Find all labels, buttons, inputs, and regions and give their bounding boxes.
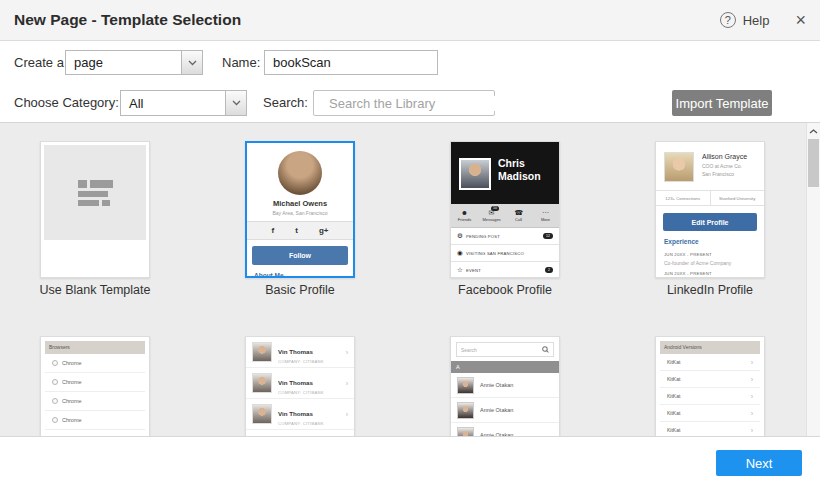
chevron-right-icon: › bbox=[751, 359, 753, 366]
star-icon: ☆ bbox=[457, 266, 466, 274]
mini-search-box: Search bbox=[456, 342, 554, 357]
friends-icon: ☻ bbox=[461, 209, 468, 216]
template-card-browsers-list[interactable]: Browsers Chrome Chrome Chrome Chrome bbox=[40, 336, 150, 437]
gear-icon: ⚙ bbox=[457, 232, 466, 240]
dialog-footer: Next bbox=[0, 438, 820, 486]
create-a-label: Create a bbox=[14, 55, 64, 70]
radio-icon bbox=[52, 360, 58, 366]
experience-date: JUN 20XX - PRESENT bbox=[664, 252, 712, 257]
experience-role: Co-founder of Acme Company bbox=[664, 260, 731, 266]
avatar bbox=[664, 152, 694, 182]
template-card-facebook-profile[interactable]: Chris Madison ☻ Friends 10 ✉ Messages ☎ … bbox=[450, 141, 560, 278]
messages-badge: 10 bbox=[491, 206, 499, 211]
category-value: All bbox=[121, 91, 225, 115]
chevron-right-icon: › bbox=[751, 376, 753, 383]
twitter-icon: t bbox=[295, 226, 298, 235]
scrollbar[interactable] bbox=[806, 123, 820, 437]
search-label: Search: bbox=[263, 95, 308, 110]
avatar bbox=[252, 373, 272, 393]
radio-icon bbox=[52, 398, 58, 404]
chevron-right-icon: › bbox=[346, 411, 348, 418]
avatar bbox=[278, 151, 322, 195]
profile-location: San Francisco bbox=[702, 171, 734, 177]
search-box bbox=[313, 90, 495, 116]
choose-category-label: Choose Category: bbox=[14, 95, 119, 110]
help-icon[interactable]: ? bbox=[720, 12, 736, 28]
dialog-header: New Page - Template Selection ? Help × bbox=[0, 0, 820, 41]
profile-name: Chris Madison bbox=[498, 157, 541, 182]
chevron-right-icon: › bbox=[751, 427, 753, 434]
avatar bbox=[457, 427, 474, 438]
event-badge: 2 bbox=[545, 267, 553, 273]
page-type-select[interactable]: page bbox=[65, 50, 203, 75]
more-icon: ⋯ bbox=[542, 209, 549, 216]
experience-heading: Experience bbox=[664, 238, 699, 245]
profile-name: Allison Grayce bbox=[702, 153, 747, 160]
experience-date: JUN 20XX - PRESENT bbox=[664, 271, 712, 276]
template-label-linkedin-profile: LinkedIn Profile bbox=[635, 283, 785, 297]
scrollbar-thumb[interactable] bbox=[808, 139, 819, 187]
profile-subtitle: Bay Area, San Francisco bbox=[247, 210, 353, 216]
profile-title: COO at Acme Co. bbox=[702, 163, 742, 169]
about-me-link: About Me bbox=[254, 272, 353, 278]
scroll-up-arrow-icon[interactable] bbox=[807, 126, 820, 136]
template-card-android-versions[interactable]: Android Versions KitKat› KitKat› KitKat›… bbox=[655, 336, 765, 437]
googleplus-icon: g+ bbox=[319, 226, 329, 235]
follow-button: Follow bbox=[252, 246, 348, 265]
import-template-button[interactable]: Import Template bbox=[672, 90, 772, 116]
chevron-right-icon: › bbox=[346, 349, 348, 356]
facebook-cover: Chris Madison bbox=[451, 142, 559, 204]
connections-count: 123+ Connections bbox=[656, 191, 711, 205]
chevron-right-icon: › bbox=[751, 410, 753, 417]
edit-profile-button: Edit Profile bbox=[663, 213, 757, 231]
template-card-contacts-list[interactable]: Vin ThomasCOMPANY: CITIBANK › Vin Thomas… bbox=[245, 336, 355, 437]
template-card-basic-profile[interactable]: Michael Owens Bay Area, San Francisco f … bbox=[245, 141, 355, 278]
template-card-blank[interactable] bbox=[40, 141, 150, 278]
template-label-basic-profile: Basic Profile bbox=[225, 283, 375, 297]
close-icon[interactable]: × bbox=[795, 11, 806, 29]
avatar bbox=[457, 402, 474, 419]
page-type-value: page bbox=[66, 51, 181, 74]
chevron-right-icon: › bbox=[346, 380, 348, 387]
dialog-title: New Page - Template Selection bbox=[14, 11, 241, 29]
call-icon: ☎ bbox=[514, 209, 523, 216]
chevron-down-icon bbox=[225, 91, 246, 115]
new-page-template-dialog: New Page - Template Selection ? Help × C… bbox=[0, 0, 820, 486]
avatar bbox=[252, 342, 272, 362]
search-icon bbox=[542, 346, 549, 353]
blank-template-thumbnail bbox=[44, 145, 146, 240]
avatar bbox=[252, 404, 272, 424]
name-input[interactable] bbox=[264, 50, 438, 75]
facebook-icon: f bbox=[272, 226, 275, 235]
category-select[interactable]: All bbox=[120, 90, 247, 116]
section-header: A bbox=[451, 361, 559, 373]
avatar bbox=[459, 158, 491, 190]
template-card-linkedin-profile[interactable]: Allison Grayce COO at Acme Co. San Franc… bbox=[655, 141, 765, 278]
chevron-right-icon: › bbox=[751, 393, 753, 400]
location-pin-icon: ◉ bbox=[457, 249, 466, 257]
list-header: Android Versions bbox=[660, 341, 760, 354]
list-header: Browsers bbox=[45, 341, 145, 354]
school-name: Stanford University bbox=[711, 191, 765, 205]
name-label: Name: bbox=[222, 55, 260, 70]
pending-post-badge: 12 bbox=[543, 233, 553, 239]
template-card-contacts-search[interactable]: Search A Annie Otakan Annie Otakan Annie… bbox=[450, 336, 560, 437]
profile-name: Michael Owens bbox=[247, 199, 353, 208]
template-label-facebook-profile: Facebook Profile bbox=[430, 283, 580, 297]
avatar bbox=[457, 377, 474, 394]
social-icons-bar: f t g+ bbox=[247, 221, 353, 240]
wireframe-lines-icon bbox=[78, 180, 113, 206]
template-label-blank: Use Blank Template bbox=[20, 283, 170, 297]
chevron-down-icon bbox=[181, 51, 202, 74]
facebook-toolbar: ☻ Friends 10 ✉ Messages ☎ Call ⋯ More bbox=[451, 204, 559, 228]
radio-icon bbox=[52, 417, 58, 423]
help-link[interactable]: Help bbox=[743, 13, 770, 28]
next-button[interactable]: Next bbox=[716, 450, 802, 476]
radio-icon bbox=[52, 379, 58, 385]
template-grid: Use Blank Template Michael Owens Bay Are… bbox=[0, 122, 820, 437]
connections-bar: 123+ Connections Stanford University bbox=[656, 190, 764, 206]
search-input[interactable] bbox=[329, 96, 505, 111]
